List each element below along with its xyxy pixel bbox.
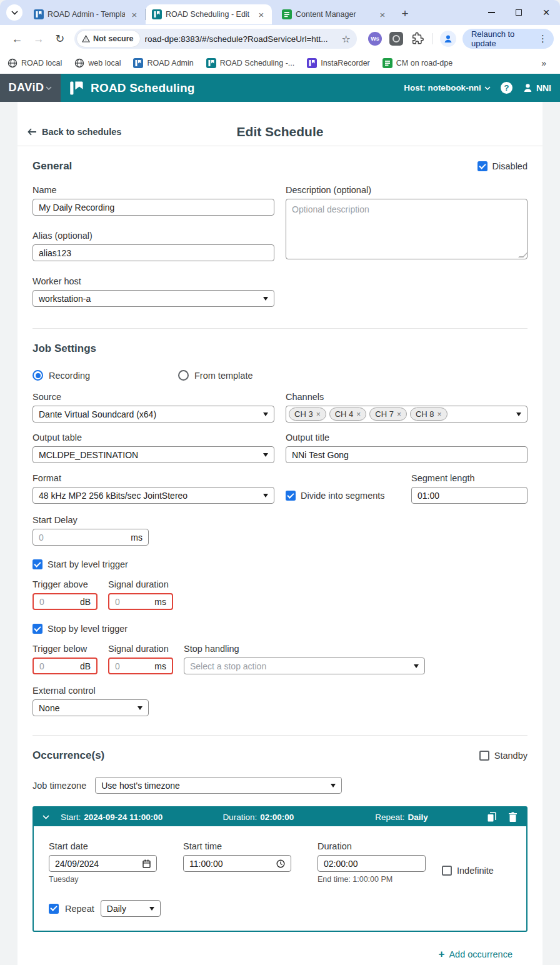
- bookmark-web-local[interactable]: web local: [74, 58, 121, 68]
- bookmark-road-scheduling[interactable]: ROAD Scheduling -...: [206, 58, 295, 68]
- source-select[interactable]: Dante Virtual Soundcard (x64): [32, 406, 274, 422]
- profile-avatar[interactable]: [440, 31, 456, 47]
- chevron-down-icon[interactable]: [42, 815, 49, 819]
- resize-handle-icon[interactable]: [518, 252, 528, 258]
- chip-remove-icon[interactable]: ×: [438, 410, 442, 419]
- omnibox[interactable]: Not secure road-dpe:8383/#/schedule?Road…: [74, 29, 357, 49]
- chip-label: CH 8: [416, 409, 434, 419]
- road-logo-icon: [68, 80, 84, 96]
- channel-chip[interactable]: CH 4×: [329, 408, 367, 421]
- bookmark-cm-on-road-dpe[interactable]: CM on road-dpe: [382, 58, 452, 68]
- divide-into-segments-row[interactable]: Divide into segments: [286, 491, 385, 501]
- disabled-checkbox[interactable]: [478, 161, 488, 171]
- clock-icon[interactable]: [276, 859, 285, 868]
- user-menu[interactable]: NNI: [522, 82, 551, 93]
- bookmark-road-local[interactable]: ROAD local: [8, 58, 62, 68]
- forward-button[interactable]: →: [30, 29, 46, 48]
- channel-chip[interactable]: CH 3×: [289, 408, 326, 421]
- david-brand-menu[interactable]: DAViD: [0, 74, 61, 102]
- format-select[interactable]: 48 kHz MP2 256 kBits/sec JointStereo: [32, 487, 274, 504]
- back-to-schedules-link[interactable]: Back to schedules: [28, 127, 121, 137]
- external-control-select[interactable]: None: [32, 699, 149, 716]
- stop-by-level-trigger-row[interactable]: Stop by level trigger: [32, 624, 528, 634]
- help-icon[interactable]: ?: [501, 82, 512, 94]
- tab-search-button[interactable]: [6, 4, 22, 21]
- bookmark-road-admin[interactable]: ROAD Admin: [133, 58, 193, 68]
- divide-into-segments-checkbox[interactable]: [286, 491, 296, 501]
- host-selector[interactable]: Host: notebook-nni: [404, 83, 491, 92]
- recording-radio[interactable]: [32, 370, 43, 381]
- extensions-puzzle-icon[interactable]: [411, 32, 424, 46]
- tab-close-icon[interactable]: ×: [256, 9, 267, 20]
- browser-menu-icon[interactable]: ⋮: [536, 33, 550, 44]
- repeat-select[interactable]: Daily: [101, 900, 161, 917]
- back-button[interactable]: ←: [9, 29, 25, 48]
- tab-close-icon[interactable]: ×: [377, 9, 388, 20]
- trigger-below-field[interactable]: 0 dB: [32, 658, 98, 674]
- start-date-field[interactable]: 24/09/2024: [49, 855, 157, 872]
- job-timezone-select[interactable]: Use host's timezone: [95, 777, 342, 794]
- add-occurrence-link[interactable]: + Add occurrence: [439, 948, 513, 961]
- bookmark-star-icon[interactable]: ☆: [342, 33, 351, 45]
- trigger-above-field[interactable]: 0 dB: [32, 593, 98, 610]
- bookmarks-overflow-chevron[interactable]: »: [541, 58, 552, 68]
- from-template-radio-row[interactable]: From template: [178, 370, 252, 381]
- relaunch-to-update-button[interactable]: Relaunch to update ⋮: [462, 29, 554, 49]
- dark-extension-icon[interactable]: [389, 32, 403, 46]
- copy-icon[interactable]: [487, 812, 497, 822]
- name-field[interactable]: My Daily Recording: [32, 199, 274, 216]
- tab-road-admin[interactable]: ROAD Admin - Templates ×: [28, 4, 145, 24]
- repeat-label: Repeat: [65, 904, 94, 914]
- chip-remove-icon[interactable]: ×: [356, 410, 361, 419]
- from-template-radio[interactable]: [178, 370, 189, 381]
- stop-by-level-trigger-checkbox[interactable]: [32, 624, 42, 634]
- duration-field[interactable]: 02:00:00: [318, 855, 426, 872]
- calendar-icon[interactable]: [142, 859, 151, 868]
- signal-duration-field[interactable]: 0 ms: [108, 593, 173, 610]
- channel-chip[interactable]: CH 7×: [369, 408, 407, 421]
- channel-chip[interactable]: CH 8×: [410, 408, 448, 421]
- worker-host-label: Worker host: [32, 276, 274, 286]
- start-date-label: Start date: [49, 841, 157, 851]
- start-delay-field[interactable]: 0 ms: [32, 529, 149, 546]
- chip-remove-icon[interactable]: ×: [316, 410, 321, 419]
- standby-checkbox[interactable]: [479, 751, 489, 761]
- description-field[interactable]: Optional description: [286, 199, 528, 259]
- output-table-select[interactable]: MCLDPE_DESTINATION: [32, 446, 274, 463]
- bookmark-instarecorder[interactable]: InstaRecorder: [307, 58, 370, 68]
- standby-checkbox-row[interactable]: Standby: [479, 751, 528, 761]
- tab-content-manager[interactable]: Content Manager ×: [276, 4, 393, 24]
- occurrence-card-header[interactable]: Start: 2024-09-24 11:00:00 Duration: 02:…: [34, 808, 526, 826]
- start-by-level-trigger-row[interactable]: Start by level trigger: [32, 559, 528, 569]
- segment-length-field[interactable]: 01:00: [411, 487, 528, 504]
- channels-select[interactable]: CH 3× CH 4× CH 7× CH 8×: [286, 406, 528, 422]
- ws-extension-icon[interactable]: Ws: [368, 32, 382, 46]
- recording-radio-row[interactable]: Recording: [32, 370, 178, 381]
- signal-duration-field[interactable]: 0 ms: [108, 658, 173, 674]
- url-text[interactable]: road-dpe:8383/#/schedule?RoadServiceUrl=…: [145, 34, 342, 44]
- new-tab-button[interactable]: +: [397, 6, 413, 22]
- worker-host-select[interactable]: workstation-a: [32, 290, 274, 307]
- trash-icon[interactable]: [508, 812, 518, 822]
- not-secure-chip[interactable]: Not secure: [77, 31, 140, 47]
- segment-length-label: Segment length: [411, 473, 528, 483]
- window-minimize-button[interactable]: [478, 0, 505, 25]
- stop-handling-select[interactable]: Select a stop action: [184, 658, 425, 674]
- repeat-checkbox[interactable]: [49, 904, 59, 914]
- signal-duration-label: Signal duration: [108, 644, 173, 654]
- start-by-level-trigger-checkbox[interactable]: [32, 559, 42, 569]
- indefinite-checkbox-row[interactable]: Indefinite: [442, 858, 494, 884]
- description-label: Description (optional): [286, 185, 528, 195]
- window-close-button[interactable]: ×: [532, 0, 560, 25]
- alias-field[interactable]: alias123: [32, 244, 274, 261]
- indefinite-checkbox[interactable]: [442, 866, 452, 876]
- disabled-checkbox-row[interactable]: Disabled: [478, 161, 528, 171]
- brand-label: DAViD: [9, 81, 44, 94]
- start-time-field[interactable]: 11:00:00: [183, 855, 291, 872]
- reload-button[interactable]: ↻: [52, 29, 68, 48]
- output-title-field[interactable]: NNi Test Gong: [286, 446, 528, 463]
- chip-remove-icon[interactable]: ×: [397, 410, 401, 419]
- tab-close-icon[interactable]: ×: [129, 9, 140, 20]
- window-maximize-button[interactable]: [505, 0, 532, 25]
- tab-road-scheduling-active[interactable]: ROAD Scheduling - Edit Sc ×: [146, 4, 272, 24]
